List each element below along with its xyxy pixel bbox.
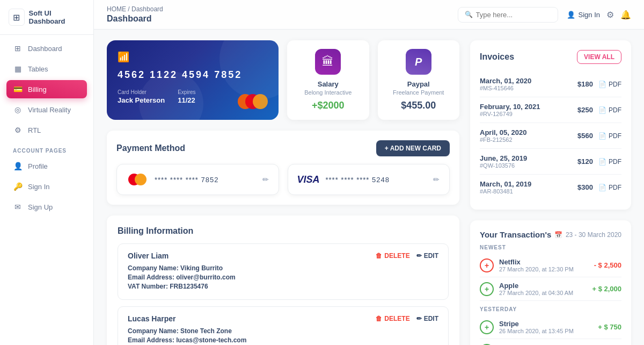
profile-icon: 👤 xyxy=(13,162,23,170)
billing-email-lucas: Email Address: lucas@stone-tech.com xyxy=(128,336,438,344)
cards-row: 📶 4562 1122 4594 7852 Card Holder Jack P… xyxy=(107,40,459,120)
billing-icon: 💳 xyxy=(13,85,23,94)
settings-icon[interactable]: ⚙ xyxy=(606,10,614,20)
trash-icon: 🗑 xyxy=(376,252,382,260)
delete-oliver-button[interactable]: 🗑 DELETE xyxy=(376,252,409,260)
invoice-pdf-5[interactable]: 📄 PDF xyxy=(598,184,621,191)
header: HOME / Dashboard Dashboard 🔍 👤 Sign In ⚙… xyxy=(94,0,644,30)
trans-item-apple: + Apple 27 March 2020, at 04:30 AM + $ 2… xyxy=(480,277,621,301)
billing-company-lucas: Company Name: Stone Tech Zone xyxy=(128,327,438,335)
salary-subtitle: Belong Interactive xyxy=(304,89,352,96)
invoice-id-4: #QW-103576 xyxy=(480,162,527,169)
visa-edit-icon[interactable]: ✏ xyxy=(433,175,440,184)
invoice-date-4: June, 25, 2019 xyxy=(480,154,527,162)
edit-icon: ✏ xyxy=(416,252,422,260)
sidebar-item-sign-in[interactable]: 🔑 Sign In xyxy=(6,177,87,196)
card-expires-info: Expires 11/22 xyxy=(178,89,195,104)
invoice-pdf-3[interactable]: 📄 PDF xyxy=(598,132,621,140)
sign-in-label: Sign In xyxy=(579,11,600,19)
invoice-pdf-1[interactable]: 📄 PDF xyxy=(598,81,621,88)
invoice-id-1: #MS-415646 xyxy=(480,85,531,91)
salary-title: Salary xyxy=(318,80,339,88)
invoice-amount-4: $120 xyxy=(577,157,593,166)
paypal-icon: P xyxy=(406,49,431,75)
apple-info: Apple 27 March 2020, at 04:30 AM xyxy=(499,282,587,296)
pdf-icon: 📄 xyxy=(598,81,606,88)
trans-item-stripe: + Stripe 26 March 2020, at 13:45 PM + $ … xyxy=(480,315,621,339)
netflix-time: 27 March 2020, at 12:30 PM xyxy=(499,266,589,272)
apple-icon: + xyxy=(480,282,494,296)
invoice-amount-2: $250 xyxy=(577,106,593,114)
sidebar-logo: ⊞ Soft UI Dashboard xyxy=(0,9,93,35)
invoice-item-2: February, 10, 2021 #RV-126749 $250 📄 PDF xyxy=(480,97,621,123)
billing-actions-lucas: 🗑 DELETE ✏ EDIT xyxy=(376,315,438,322)
sidebar-item-rtl[interactable]: ⚙ RTL xyxy=(6,121,87,139)
invoice-pdf-2[interactable]: 📄 PDF xyxy=(598,106,621,114)
sidebar-item-profile[interactable]: 👤 Profile xyxy=(6,157,87,175)
edit-oliver-button[interactable]: ✏ EDIT xyxy=(416,252,438,260)
sidebar-item-label: Tables xyxy=(28,65,48,73)
sidebar: ⊞ Soft UI Dashboard ⊞ Dashboard ▦ Tables… xyxy=(0,0,94,345)
invoices-panel: Invoices VIEW ALL March, 01, 2020 #MS-41… xyxy=(470,40,631,210)
billing-name-lucas: Lucas Harper xyxy=(128,314,175,323)
sidebar-item-billing[interactable]: 💳 Billing xyxy=(6,80,87,98)
calendar-icon: 📅 xyxy=(554,231,562,239)
sign-up-icon: ✉ xyxy=(13,203,23,211)
add-card-button[interactable]: + ADD NEW CARD xyxy=(376,140,450,156)
sidebar-item-label: Profile xyxy=(28,162,48,170)
mastercard-number: **** **** **** 7852 xyxy=(155,176,256,184)
billing-actions: 🗑 DELETE ✏ EDIT xyxy=(376,252,438,260)
mastercard-edit-icon[interactable]: ✏ xyxy=(262,175,269,184)
invoice-date-1: March, 01, 2020 xyxy=(480,77,531,85)
sidebar-item-tables[interactable]: ▦ Tables xyxy=(6,60,87,78)
invoice-item-4: June, 25, 2019 #QW-103576 $120 📄 PDF xyxy=(480,149,621,175)
transactions-date-range: 📅 23 - 30 March 2020 xyxy=(554,231,621,239)
invoice-amount-3: $560 xyxy=(577,132,593,140)
sidebar-item-dashboard[interactable]: ⊞ Dashboard xyxy=(6,39,87,58)
delete-lucas-button[interactable]: 🗑 DELETE xyxy=(376,315,409,322)
edit-lucas-button[interactable]: ✏ EDIT xyxy=(416,315,438,322)
billing-name-oliver: Oliver Liam xyxy=(128,251,169,260)
yesterday-label: YESTERDAY xyxy=(480,306,621,312)
billing-info-title: Billing Information xyxy=(118,226,193,236)
sidebar-item-sign-up[interactable]: ✉ Sign Up xyxy=(6,198,87,216)
card-number: 4562 1122 4594 7852 xyxy=(118,69,268,81)
search-box[interactable]: 🔍 xyxy=(458,7,558,23)
sidebar-item-virtual-reality[interactable]: ◎ Virtual Reality xyxy=(6,100,87,119)
payment-method-title: Payment Method xyxy=(116,143,185,153)
trash-icon: 🗑 xyxy=(376,315,382,322)
sidebar-item-label: Virtual Reality xyxy=(28,106,71,114)
search-icon: 🔍 xyxy=(465,11,473,18)
pdf-icon: 📄 xyxy=(598,158,606,166)
invoice-amount-1: $180 xyxy=(577,80,593,88)
header-left: HOME / Dashboard Dashboard xyxy=(107,5,163,24)
apple-name: Apple xyxy=(499,282,587,290)
view-all-button[interactable]: VIEW ALL xyxy=(577,50,621,64)
apple-time: 27 March 2020, at 04:30 AM xyxy=(499,290,587,296)
card-holder-name: Jack Peterson xyxy=(118,96,165,104)
netflix-info: Netflix 27 March 2020, at 12:30 PM xyxy=(499,258,589,272)
logo-text: Soft UI Dashboard xyxy=(29,9,85,25)
trans-item-netflix: + Netflix 27 March 2020, at 12:30 PM - $… xyxy=(480,254,621,277)
invoice-amount-5: $300 xyxy=(577,183,593,191)
breadcrumb: HOME / Dashboard xyxy=(107,5,163,13)
bell-icon[interactable]: 🔔 xyxy=(620,10,631,20)
pdf-icon: 📄 xyxy=(598,106,606,114)
invoice-pdf-4[interactable]: 📄 PDF xyxy=(598,158,621,166)
visa-number: **** **** **** 5248 xyxy=(326,176,427,184)
billing-item-lucas: Lucas Harper 🗑 DELETE ✏ EDIT xyxy=(118,306,449,345)
sidebar-item-label: Sign In xyxy=(28,183,49,191)
card-holder-label: Card Holder xyxy=(118,89,165,95)
card-expires-value: 11/22 xyxy=(178,96,195,104)
invoices-title: Invoices xyxy=(480,52,514,62)
payment-card-visa: VISA **** **** **** 5248 ✏ xyxy=(288,164,450,195)
search-input[interactable] xyxy=(476,11,551,19)
billing-company-oliver: Company Name: Viking Burrito xyxy=(128,264,438,272)
page-title: Dashboard xyxy=(107,14,163,24)
paypal-card: P Paypal Freelance Payment $455.00 xyxy=(378,40,460,120)
sign-in-button[interactable]: 👤 Sign In xyxy=(567,11,600,19)
invoice-item-3: April, 05, 2020 #FB-212562 $560 📄 PDF xyxy=(480,123,621,149)
stripe-info: Stripe 26 March 2020, at 13:45 PM xyxy=(499,320,592,334)
invoice-id-2: #RV-126749 xyxy=(480,111,540,117)
mastercard-icon xyxy=(127,172,148,187)
